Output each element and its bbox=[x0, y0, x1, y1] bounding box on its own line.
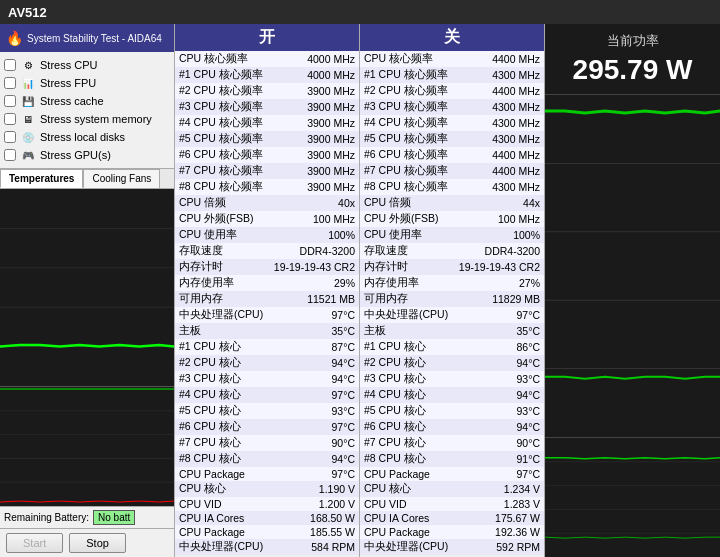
gpu-icon: 🎮 bbox=[20, 147, 36, 163]
table-row: CPU VID1.283 V bbox=[360, 497, 544, 511]
row-label: #1 CPU 核心 bbox=[360, 339, 454, 355]
table-row: #7 CPU 核心90°C bbox=[175, 435, 359, 451]
on-column-header: 开 bbox=[175, 24, 359, 51]
row-label: #3 CPU 核心 bbox=[175, 371, 269, 387]
row-value: 27% bbox=[454, 275, 544, 291]
table-row: #3 CPU 核心93°C bbox=[360, 371, 544, 387]
row-value: 19-19-19-43 CR2 bbox=[454, 259, 544, 275]
row-label: #6 CPU 核心频率 bbox=[360, 147, 454, 163]
table-row: #6 CPU 核心频率4400 MHz bbox=[360, 147, 544, 163]
stress-cpu-checkbox[interactable] bbox=[4, 59, 16, 71]
on-data-table: CPU 核心频率4000 MHz#1 CPU 核心频率4000 MHz#2 CP… bbox=[175, 51, 359, 555]
row-value: 4300 MHz bbox=[454, 67, 544, 83]
row-label: #6 CPU 核心 bbox=[175, 419, 269, 435]
svg-rect-0 bbox=[0, 189, 174, 386]
row-label: #7 CPU 核心频率 bbox=[360, 163, 454, 179]
title-bar: AV512 bbox=[0, 0, 720, 24]
row-value: 94°C bbox=[269, 355, 359, 371]
on-column: 开 CPU 核心频率4000 MHz#1 CPU 核心频率4000 MHz#2 … bbox=[175, 24, 360, 557]
row-value: 4000 MHz bbox=[269, 67, 359, 83]
stress-fpu-checkbox[interactable] bbox=[4, 77, 16, 89]
row-label: 主板 bbox=[175, 323, 269, 339]
table-row: #7 CPU 核心频率4400 MHz bbox=[360, 163, 544, 179]
right-bottom-chart: 100% 15% 0:10:55 新浪众测 bbox=[545, 437, 720, 557]
row-value: 1.234 V bbox=[454, 481, 544, 497]
cache-icon: 💾 bbox=[20, 93, 36, 109]
table-row: #4 CPU 核心94°C bbox=[360, 387, 544, 403]
stress-disks-checkbox[interactable] bbox=[4, 131, 16, 143]
row-label: CPU 外频(FSB) bbox=[175, 211, 269, 227]
row-value: 97°C bbox=[269, 467, 359, 481]
row-label: #5 CPU 核心 bbox=[360, 403, 454, 419]
right-top-chart: 99 87 35 bbox=[545, 95, 720, 437]
table-row: 内存计时19-19-19-43 CR2 bbox=[175, 259, 359, 275]
stress-memory-checkbox[interactable] bbox=[4, 113, 16, 125]
row-label: 中央处理器(CPU) bbox=[360, 539, 454, 555]
row-label: #6 CPU 核心 bbox=[360, 419, 454, 435]
table-row: 主板35°C bbox=[175, 323, 359, 339]
stress-gpu-checkbox[interactable] bbox=[4, 149, 16, 161]
row-value: 1.190 V bbox=[269, 481, 359, 497]
row-value: 94°C bbox=[269, 451, 359, 467]
table-row: #8 CPU 核心频率4300 MHz bbox=[360, 179, 544, 195]
stress-cpu-label: Stress CPU bbox=[40, 59, 97, 71]
fire-icon: 🔥 bbox=[6, 30, 23, 46]
row-value: 29% bbox=[269, 275, 359, 291]
stress-item-cpu: ⚙ Stress CPU bbox=[4, 56, 170, 74]
row-label: CPU 倍频 bbox=[360, 195, 454, 211]
row-value: 584 RPM bbox=[269, 539, 359, 555]
row-label: #2 CPU 核心 bbox=[360, 355, 454, 371]
off-column: 关 CPU 核心频率4400 MHz#1 CPU 核心频率4300 MHz#2 … bbox=[360, 24, 545, 557]
row-value: 3900 MHz bbox=[269, 179, 359, 195]
row-value: DDR4-3200 bbox=[454, 243, 544, 259]
table-row: 中央处理器(CPU)97°C bbox=[175, 307, 359, 323]
temp-chart-svg bbox=[0, 189, 174, 386]
row-label: CPU 核心频率 bbox=[360, 51, 454, 67]
row-value: 97°C bbox=[454, 467, 544, 481]
row-value: 100 MHz bbox=[454, 211, 544, 227]
row-value: 4000 MHz bbox=[269, 51, 359, 67]
start-button[interactable]: Start bbox=[6, 533, 63, 553]
tab-temperatures[interactable]: Temperatures bbox=[0, 169, 83, 188]
row-label: #6 CPU 核心频率 bbox=[175, 147, 269, 163]
row-value: 40x bbox=[269, 195, 359, 211]
off-column-header: 关 bbox=[360, 24, 544, 51]
row-value: 94°C bbox=[454, 355, 544, 371]
table-row: CPU 核心1.190 V bbox=[175, 481, 359, 497]
right-bottom-svg bbox=[545, 438, 720, 557]
row-value: 592 RPM bbox=[454, 539, 544, 555]
row-label: 可用内存 bbox=[175, 291, 269, 307]
table-row: 主板35°C bbox=[360, 323, 544, 339]
table-row: #2 CPU 核心94°C bbox=[360, 355, 544, 371]
table-row: #3 CPU 核心94°C bbox=[175, 371, 359, 387]
row-label: #5 CPU 核心频率 bbox=[360, 131, 454, 147]
table-row: CPU 倍频40x bbox=[175, 195, 359, 211]
row-value: 100% bbox=[269, 227, 359, 243]
row-value: 100 MHz bbox=[269, 211, 359, 227]
table-row: CPU Package97°C bbox=[175, 467, 359, 481]
table-row: CPU 核心频率4400 MHz bbox=[360, 51, 544, 67]
table-row: 存取速度DDR4-3200 bbox=[360, 243, 544, 259]
table-row: CPU 外频(FSB)100 MHz bbox=[175, 211, 359, 227]
stop-button[interactable]: Stop bbox=[69, 533, 126, 553]
row-label: CPU 使用率 bbox=[360, 227, 454, 243]
row-value: 87°C bbox=[269, 339, 359, 355]
stress-cache-checkbox[interactable] bbox=[4, 95, 16, 107]
sidebar: 🔥 System Stability Test - AIDA64 ⚙ Stres… bbox=[0, 24, 175, 557]
row-label: CPU VID bbox=[360, 497, 454, 511]
row-label: CPU Package bbox=[360, 525, 454, 539]
tab-cooling-fans[interactable]: Cooling Fans bbox=[83, 169, 160, 188]
svg-rect-10 bbox=[545, 95, 720, 437]
table-row: CPU Package97°C bbox=[360, 467, 544, 481]
row-value: 90°C bbox=[454, 435, 544, 451]
row-value: 4400 MHz bbox=[454, 163, 544, 179]
cpu-chart-svg bbox=[0, 387, 174, 506]
row-label: 主板 bbox=[360, 323, 454, 339]
stress-memory-label: Stress system memory bbox=[40, 113, 152, 125]
table-row: #5 CPU 核心93°C bbox=[360, 403, 544, 419]
row-label: CPU 核心频率 bbox=[175, 51, 269, 67]
table-row: CPU 核心频率4000 MHz bbox=[175, 51, 359, 67]
row-label: CPU 倍频 bbox=[175, 195, 269, 211]
table-row: #2 CPU 核心94°C bbox=[175, 355, 359, 371]
row-value: DDR4-3200 bbox=[269, 243, 359, 259]
